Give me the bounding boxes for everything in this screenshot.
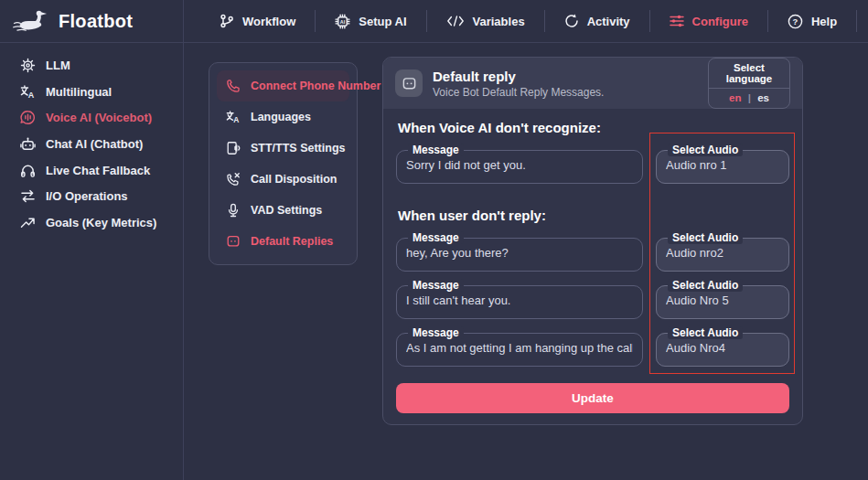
left-sidebar: LLM A Multilingual Voice AI (Voicebot): [0, 43, 184, 480]
nav-label: Help: [811, 15, 837, 28]
svg-text:?: ?: [793, 16, 798, 26]
select-audio-value[interactable]: Audio Nro 5: [666, 293, 779, 307]
robot-icon: [20, 136, 36, 152]
message-value[interactable]: As I am not getting I am hanging up the …: [406, 341, 633, 355]
select-audio-value[interactable]: Audio nro2: [666, 246, 779, 260]
menu-item-vad-settings[interactable]: VAD Settings: [217, 195, 349, 226]
panel-body: When Voice AI don't recognize: Message S…: [383, 120, 802, 426]
sidebar-item-io-operations[interactable]: I/O Operations: [0, 183, 183, 209]
select-audio-dropdown[interactable]: Select Audio Audio nro2: [656, 231, 789, 272]
sidebar-item-label: Live Chat Fallback: [46, 164, 150, 177]
sidebar-item-label: LLM: [46, 59, 70, 72]
microphone-icon: [226, 203, 241, 218]
chat-square-icon: [402, 76, 417, 91]
doc-speaker-icon: [226, 141, 241, 155]
select-audio-label: Select Audio: [668, 144, 743, 156]
message-field[interactable]: Message hey, Are you there?: [396, 231, 643, 272]
headphones-icon: [20, 163, 36, 178]
panel-title: Default reply: [433, 69, 604, 84]
panel-subtitle: Voice Bot Default Reply Messages.: [433, 86, 604, 99]
sidebar-item-label: I/O Operations: [46, 189, 128, 203]
nav-item-activity[interactable]: Activity: [545, 14, 649, 28]
brand-name: Floatbot: [59, 11, 133, 32]
message-field-label: Message: [408, 279, 464, 292]
message-field-label: Message: [408, 144, 464, 156]
language-option-en[interactable]: en: [725, 92, 745, 103]
menu-item-label: VAD Settings: [251, 204, 322, 217]
sidebar-item-voice-ai[interactable]: Voice AI (Voicebot): [0, 104, 183, 131]
menu-item-label: STT/TTS Settings: [251, 142, 345, 155]
sidebar-item-goals[interactable]: Goals (Key Metrics): [0, 209, 183, 236]
nav-label: Configure: [692, 15, 748, 28]
sidebar-item-live-chat-fallback[interactable]: Live Chat Fallback: [0, 157, 183, 184]
select-audio-label: Select Audio: [668, 231, 743, 244]
phone-x-icon: [226, 172, 241, 187]
panel-icon-box: [395, 69, 423, 97]
select-audio-value[interactable]: Audio Nro4: [666, 341, 779, 355]
svg-text:A: A: [27, 91, 34, 100]
nav-item-setup-ai[interactable]: AI Setup AI: [316, 14, 425, 29]
message-field-label: Message: [408, 326, 464, 339]
app-window: Floatbot Workflow AI Setup AI: [0, 0, 868, 480]
message-value[interactable]: Sorry I did not get you.: [406, 158, 633, 172]
setup-ai-icon: AI: [335, 14, 350, 29]
menu-item-stt-tts-settings[interactable]: STT/TTS Settings: [217, 133, 349, 164]
sidebar-item-multilingual[interactable]: A Multilingual: [0, 79, 183, 105]
select-audio-dropdown[interactable]: Select Audio Audio Nro 5: [656, 279, 789, 319]
nav-item-help[interactable]: ? Help: [768, 14, 856, 29]
brand-logo[interactable]: Floatbot: [0, 0, 184, 42]
message-field[interactable]: Message I still can't hear you.: [396, 279, 643, 319]
sidebar-item-label: Goals (Key Metrics): [46, 216, 156, 229]
voicebot-settings-menu: Connect Phone Number A Languages STT/TTS…: [209, 62, 358, 265]
language-divider: |: [748, 92, 751, 103]
panel-title-group: Default reply Voice Bot Default Reply Me…: [433, 69, 604, 99]
menu-item-languages[interactable]: A Languages: [217, 101, 349, 133]
reply-row: Message hey, Are you there? Select Audio…: [396, 231, 789, 272]
top-navbar: Floatbot Workflow AI Setup AI: [0, 0, 868, 43]
language-option-es[interactable]: es: [754, 92, 773, 103]
gear-icon: [20, 58, 36, 73]
section-heading-no-reply: When user don't reply:: [398, 208, 789, 223]
language-options: en | es: [709, 89, 789, 108]
menu-item-label: Languages: [251, 111, 311, 123]
sidebar-item-chat-ai[interactable]: Chat AI (Chatbot): [0, 131, 183, 157]
translate-icon: A: [20, 84, 36, 100]
select-audio-dropdown[interactable]: Select Audio Audio Nro4: [656, 326, 789, 367]
reply-row: Message I still can't hear you. Select A…: [396, 279, 789, 319]
language-selector: Select language en | es: [708, 58, 790, 109]
trend-up-icon: [20, 216, 36, 229]
sidebar-item-llm[interactable]: LLM: [0, 52, 183, 79]
reply-row: Message Sorry I did not get you. Select …: [396, 144, 789, 184]
select-audio-dropdown[interactable]: Select Audio Audio nro 1: [656, 144, 789, 184]
nav-item-variables[interactable]: Variables: [427, 15, 544, 28]
help-icon: ?: [788, 14, 803, 29]
configure-icon: [670, 14, 684, 28]
menu-item-connect-phone-number[interactable]: Connect Phone Number: [217, 70, 349, 101]
menu-item-default-replies[interactable]: Default Replies: [217, 226, 349, 257]
translate-icon: A: [226, 110, 241, 124]
chat-square-icon: [226, 234, 241, 249]
nav-item-configure[interactable]: Configure: [650, 14, 767, 28]
reply-row: Message As I am not getting I am hanging…: [396, 326, 789, 367]
nav-item-workflow[interactable]: Workflow: [200, 14, 315, 28]
variables-icon: [446, 15, 465, 27]
select-audio-value[interactable]: Audio nro 1: [666, 158, 779, 172]
select-audio-label: Select Audio: [668, 279, 743, 292]
floatbot-bird-icon: [12, 7, 52, 35]
panel-header: Default reply Voice Bot Default Reply Me…: [383, 58, 802, 109]
menu-item-call-disposition[interactable]: Call Disposition: [217, 164, 349, 195]
sidebar-item-label: Multilingual: [46, 85, 112, 99]
message-field[interactable]: Message Sorry I did not get you.: [396, 144, 643, 184]
message-value[interactable]: I still can't hear you.: [406, 293, 633, 307]
language-selector-label[interactable]: Select language: [709, 59, 789, 89]
sidebar-item-label: Voice AI (Voicebot): [46, 111, 152, 124]
nav-menu: Workflow AI Setup AI Variables: [200, 0, 857, 42]
message-field[interactable]: Message As I am not getting I am hanging…: [396, 326, 643, 367]
message-value[interactable]: hey, Are you there?: [406, 246, 633, 260]
voice-bubble-icon: [20, 110, 36, 125]
menu-item-label: Connect Phone Number: [251, 80, 380, 92]
menu-item-label: Default Replies: [251, 235, 333, 248]
update-button[interactable]: Update: [396, 383, 789, 413]
nav-label: Workflow: [242, 15, 295, 28]
svg-text:AI: AI: [340, 18, 346, 24]
